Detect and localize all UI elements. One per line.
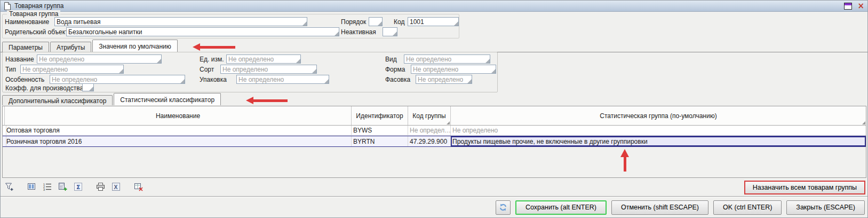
cell-name[interactable]: Оптовая торговля (5, 126, 352, 135)
inactive-label: Неактивная (341, 28, 376, 36)
close-button[interactable]: Закрыть (ESCAPE) (786, 200, 865, 215)
order-input-wrap (369, 17, 383, 26)
table-header: Наименование Идентификатор Код группы Ст… (3, 106, 866, 126)
window-titlebar: Товарная группа × (1, 1, 867, 12)
classifier-tabstrip: Дополнительный классификатор Статистичес… (2, 94, 222, 105)
kind-field-label: Вид (385, 56, 397, 63)
annotation-arrow-defaults-tab (193, 43, 235, 51)
cell-statistical-group[interactable]: Продукты пищевые прочие, не включенные в… (451, 136, 866, 146)
package-field-label: Упаковка (200, 76, 227, 83)
svg-text:Σ: Σ (76, 183, 81, 190)
name-input-wrap (54, 17, 307, 26)
defaults-panel: Название Ед. изм. Вид Тип Сорт Форма Осо… (2, 52, 498, 92)
order-label: Порядок (341, 18, 366, 26)
name-input[interactable] (55, 18, 307, 26)
code-input[interactable] (408, 18, 458, 26)
package-field[interactable] (237, 75, 329, 83)
group-box-legend: Товарная группа (7, 10, 60, 18)
type-field-wrap (20, 65, 124, 74)
parent-input-wrap (66, 27, 339, 36)
title-field[interactable] (37, 55, 161, 63)
cell-statistical-group[interactable]: Не определено (451, 126, 866, 135)
tab-additional-classifier[interactable]: Дополнительный классификатор (2, 95, 113, 105)
form-field[interactable] (411, 65, 496, 73)
cancel-button[interactable]: Отменить (shift ESCAPE) (611, 200, 708, 215)
tab-parameters[interactable]: Параметры (2, 42, 49, 52)
main-tabstrip: Параметры Атрибуты Значения по умолчанию (2, 40, 179, 52)
product-group-box: Товарная группа Наименование Порядок Код… (2, 14, 459, 38)
ok-button[interactable]: OK (ctrl ENTER) (713, 200, 782, 215)
tab-defaults[interactable]: Значения по умолчанию (92, 40, 177, 52)
header-identifier[interactable]: Идентификатор (352, 106, 408, 125)
refresh-icon (499, 203, 507, 212)
code-input-wrap (408, 17, 459, 26)
code-label: Код (394, 18, 404, 26)
print-icon[interactable] (94, 181, 106, 192)
header-group-code[interactable]: Код группы (408, 106, 451, 125)
form-field-label: Форма (385, 66, 405, 73)
excel-export-icon[interactable]: X (110, 181, 122, 192)
unit-field[interactable] (227, 55, 300, 63)
calculator-add-icon[interactable] (57, 181, 68, 192)
maximize-button[interactable] (844, 3, 852, 10)
form-field-wrap (411, 65, 496, 74)
parent-label: Родительский объект (5, 28, 68, 36)
tab-statistical-classifier[interactable]: Статистический классификатор (114, 93, 221, 105)
header-name[interactable]: Наименование (5, 106, 352, 125)
cell-identifier[interactable]: BYWS (352, 126, 408, 135)
inactive-checkbox[interactable] (383, 27, 397, 36)
classifier-table: Наименование Идентификатор Код группы Ст… (2, 106, 866, 178)
type-field[interactable] (21, 65, 123, 73)
assign-all-products-button[interactable]: Назаначить всем товарам группы (744, 181, 865, 194)
document-icon (4, 2, 11, 10)
svg-text:X: X (114, 183, 117, 190)
cell-identifier[interactable]: BYRTN (352, 136, 408, 146)
product-group-dialog: Товарная группа × Товарная группа Наимен… (0, 0, 868, 218)
packing-field-wrap (416, 75, 472, 84)
unit-field-wrap (226, 54, 301, 64)
feature-field-wrap (50, 75, 185, 84)
table-row-selected[interactable]: Розничная торговля 2016 BYRTN 47.29.29.9… (3, 136, 866, 147)
kind-field-wrap (404, 54, 490, 64)
tab-attributes[interactable]: Атрибуты (50, 42, 91, 52)
kind-field[interactable] (404, 55, 490, 63)
columns-icon[interactable] (26, 181, 37, 192)
name-label: Наименование (5, 18, 49, 26)
svg-text:3: 3 (43, 188, 45, 191)
title-field-wrap (37, 54, 162, 64)
filter-add-icon[interactable] (3, 181, 15, 192)
table-toolbar: 123 Σ X (3, 181, 144, 192)
window-title: Товарная группа (14, 2, 63, 10)
cell-group-code[interactable]: Не определ… (408, 126, 451, 135)
feature-field-label: Особенность (5, 76, 44, 83)
package-field-wrap (236, 75, 329, 84)
packing-field[interactable] (416, 75, 472, 83)
order-input[interactable] (369, 18, 382, 26)
save-button[interactable]: Сохранить (alt ENTER) (515, 200, 607, 215)
footer-bar: Сохранить (alt ENTER) Отменить (shift ES… (1, 197, 868, 217)
close-icon[interactable]: × (857, 3, 864, 10)
feature-field[interactable] (50, 75, 185, 83)
sort-field-wrap (220, 65, 317, 74)
sort-field-label: Сорт (200, 66, 214, 73)
title-field-label: Название (5, 56, 34, 63)
header-statistical-group[interactable]: Статистическая группа (по-умолчанию) (451, 106, 866, 125)
numbered-list-icon[interactable]: 123 (41, 181, 53, 192)
parent-input[interactable] (67, 28, 339, 36)
cell-name[interactable]: Розничная торговля 2016 (5, 136, 352, 146)
coeff-field[interactable] (82, 83, 94, 91)
coeff-field-label: Коэфф. для производства (5, 84, 83, 92)
packing-field-label: Фасовка (385, 76, 410, 83)
sort-field[interactable] (221, 65, 316, 73)
annotation-arrow-selected-row (620, 149, 629, 172)
annotation-arrow-statistical-tab (246, 97, 288, 104)
table-clear-icon[interactable] (132, 181, 144, 192)
table-row[interactable]: Оптовая торговля BYWS Не определ… Не опр… (3, 126, 866, 136)
cell-group-code[interactable]: 47.29.29.900 (408, 136, 451, 146)
sum-icon[interactable]: Σ (72, 181, 84, 192)
refresh-button[interactable] (496, 200, 511, 215)
unit-field-label: Ед. изм. (200, 56, 224, 63)
type-field-label: Тип (5, 66, 16, 73)
